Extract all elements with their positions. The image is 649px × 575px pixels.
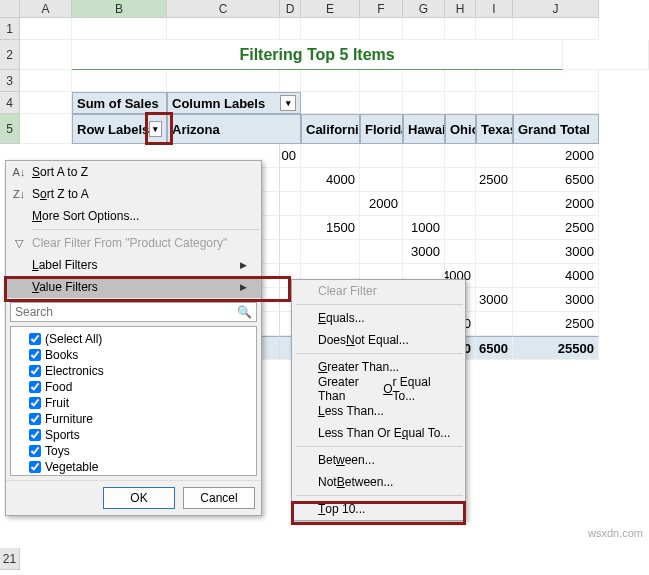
table-cell[interactable]: 4000 (301, 168, 360, 192)
table-cell[interactable] (280, 192, 301, 216)
table-cell[interactable]: 6500 (476, 336, 513, 360)
table-cell[interactable] (301, 240, 360, 264)
checkbox[interactable] (29, 381, 41, 393)
table-cell[interactable]: 2500 (476, 168, 513, 192)
col-C[interactable]: C (167, 0, 280, 18)
sub-top-10[interactable]: Top 10... (292, 498, 465, 520)
table-cell[interactable]: 1000 (403, 216, 445, 240)
table-cell[interactable]: 25500 (513, 336, 599, 360)
row-1[interactable]: 1 (0, 18, 20, 40)
table-cell[interactable] (360, 240, 403, 264)
table-cell[interactable]: 2000 (360, 192, 403, 216)
checkbox[interactable] (29, 445, 41, 457)
sort-z-to-a[interactable]: Z↓ Sort Z to A (6, 183, 261, 205)
column-labels-header[interactable]: Column Labels ▾ (167, 92, 301, 114)
col-F[interactable]: F (360, 0, 403, 18)
filter-search[interactable]: 🔍 (10, 302, 257, 322)
checkbox[interactable] (29, 365, 41, 377)
table-cell[interactable] (403, 144, 445, 168)
sub-gte[interactable]: Greater Than Or Equal To... (292, 378, 465, 400)
table-cell[interactable]: 2000 (513, 144, 599, 168)
checkbox[interactable] (29, 333, 41, 345)
col-E[interactable]: E (301, 0, 360, 18)
table-cell[interactable] (360, 144, 403, 168)
col-H[interactable]: H (445, 0, 476, 18)
table-cell[interactable] (301, 192, 360, 216)
table-cell[interactable]: 00 (280, 144, 301, 168)
label-filters[interactable]: Label Filters ▶ (6, 254, 261, 276)
table-cell[interactable]: 2500 (513, 216, 599, 240)
row-5[interactable]: 5 (0, 114, 20, 144)
col-A[interactable]: A (20, 0, 72, 18)
sub-less-than[interactable]: Less Than... (292, 400, 465, 422)
table-cell[interactable]: 3000 (476, 288, 513, 312)
table-cell[interactable] (476, 240, 513, 264)
filter-checkbox-item[interactable]: Food (15, 379, 252, 395)
col-D[interactable]: D (280, 0, 301, 18)
sub-not-between[interactable]: Not Between... (292, 471, 465, 493)
row-21[interactable]: 21 (0, 548, 20, 570)
row-2[interactable]: 2 (0, 40, 20, 70)
table-cell[interactable] (476, 216, 513, 240)
table-cell[interactable] (403, 168, 445, 192)
table-cell[interactable]: 3000 (403, 240, 445, 264)
table-cell[interactable] (280, 216, 301, 240)
col-J[interactable]: J (513, 0, 599, 18)
filter-checkbox-item[interactable]: Books (15, 347, 252, 363)
ok-button[interactable]: OK (103, 487, 175, 509)
table-cell[interactable] (445, 192, 476, 216)
row-labels-header[interactable]: Row Labels ▾ (72, 114, 167, 144)
more-sort-options[interactable]: More Sort Options... (6, 205, 261, 227)
sub-between[interactable]: Between... (292, 449, 465, 471)
table-cell[interactable] (280, 168, 301, 192)
filter-checkbox-item[interactable]: Toys (15, 443, 252, 459)
table-cell[interactable] (476, 312, 513, 336)
sort-a-to-z[interactable]: A↓ Sort A to Z (6, 161, 261, 183)
sub-equals[interactable]: Equals... (292, 307, 465, 329)
table-cell[interactable] (476, 144, 513, 168)
table-cell[interactable] (445, 144, 476, 168)
table-cell[interactable] (360, 168, 403, 192)
table-cell[interactable] (403, 192, 445, 216)
col-B[interactable]: B (72, 0, 167, 18)
clear-filter: ▽ Clear Filter From "Product Category" (6, 232, 261, 254)
checkbox[interactable] (29, 461, 41, 473)
checkbox[interactable] (29, 413, 41, 425)
filter-checkbox-item[interactable]: Fruit (15, 395, 252, 411)
table-cell[interactable]: 3000 (513, 240, 599, 264)
table-cell[interactable] (476, 264, 513, 288)
value-filters[interactable]: Value Filters ▶ (6, 276, 261, 298)
row-labels-dropdown[interactable]: ▾ (149, 121, 162, 137)
table-cell[interactable] (301, 144, 360, 168)
col-I[interactable]: I (476, 0, 513, 18)
col-G[interactable]: G (403, 0, 445, 18)
table-cell[interactable] (360, 216, 403, 240)
table-cell[interactable] (445, 240, 476, 264)
column-labels-dropdown[interactable]: ▾ (280, 95, 296, 111)
search-input[interactable] (15, 305, 237, 319)
filter-checkbox-item[interactable]: (Select All) (15, 331, 252, 347)
filter-checkbox-item[interactable]: Electronics (15, 363, 252, 379)
table-cell[interactable] (476, 192, 513, 216)
table-cell[interactable] (445, 216, 476, 240)
cancel-button[interactable]: Cancel (183, 487, 255, 509)
sub-lte[interactable]: Less Than Or Equal To... (292, 422, 465, 444)
table-cell[interactable]: 1500 (301, 216, 360, 240)
filter-checkbox-item[interactable]: Furniture (15, 411, 252, 427)
filter-checkbox-item[interactable]: Sports (15, 427, 252, 443)
filter-items-list[interactable]: (Select All)BooksElectronicsFoodFruitFur… (10, 326, 257, 476)
table-cell[interactable]: 2500 (513, 312, 599, 336)
row-4[interactable]: 4 (0, 92, 20, 114)
checkbox[interactable] (29, 397, 41, 409)
table-cell[interactable] (445, 168, 476, 192)
table-cell[interactable]: 4000 (513, 264, 599, 288)
table-cell[interactable]: 3000 (513, 288, 599, 312)
table-cell[interactable]: 6500 (513, 168, 599, 192)
checkbox[interactable] (29, 349, 41, 361)
row-3[interactable]: 3 (0, 70, 20, 92)
filter-checkbox-item[interactable]: Vegetable (15, 459, 252, 475)
table-cell[interactable] (280, 240, 301, 264)
sub-not-equal[interactable]: Does Not Equal... (292, 329, 465, 351)
table-cell[interactable]: 2000 (513, 192, 599, 216)
checkbox[interactable] (29, 429, 41, 441)
